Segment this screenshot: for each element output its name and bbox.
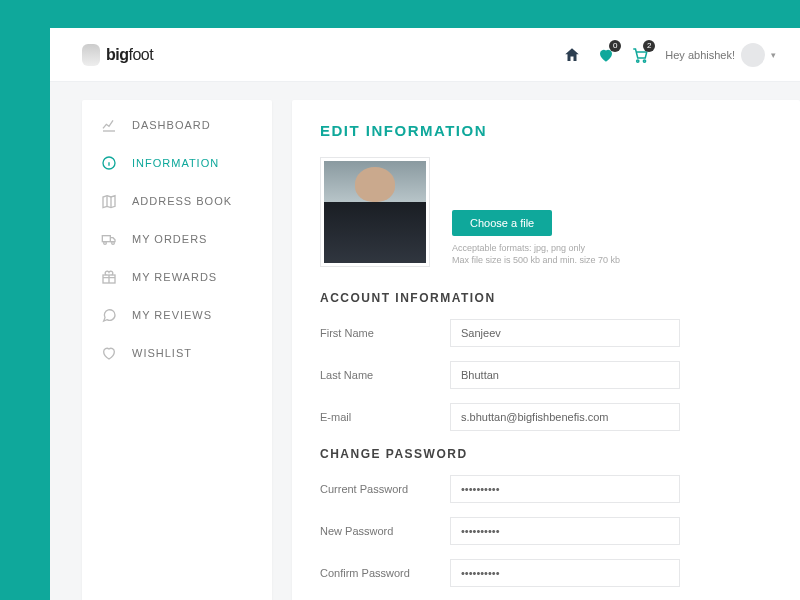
- home-icon[interactable]: [563, 46, 581, 64]
- new-password-input[interactable]: [450, 517, 680, 545]
- sidebar-item-orders[interactable]: MY ORDERS: [82, 220, 272, 258]
- sidebar-item-information[interactable]: INFORMATION: [82, 144, 272, 182]
- wishlist-badge: 0: [609, 40, 621, 52]
- current-password-input[interactable]: [450, 475, 680, 503]
- sidebar-item-label: MY REVIEWS: [132, 309, 212, 321]
- svg-point-0: [637, 59, 639, 61]
- heart-icon: [100, 344, 118, 362]
- sidebar: DASHBOARD INFORMATION ADDRESS BOOK MY OR…: [82, 100, 272, 600]
- gift-icon: [100, 268, 118, 286]
- upload-hint: Acceptable formats: jpg, png only Max fi…: [452, 242, 620, 267]
- cart-badge: 2: [643, 40, 655, 52]
- account-section-title: ACCOUNT INFORMATION: [320, 291, 772, 305]
- profile-photo: [320, 157, 430, 267]
- first-name-label: First Name: [320, 327, 450, 339]
- sidebar-item-label: MY REWARDS: [132, 271, 217, 283]
- map-icon: [100, 192, 118, 210]
- new-password-label: New Password: [320, 525, 450, 537]
- email-input[interactable]: [450, 403, 680, 431]
- confirm-password-input[interactable]: [450, 559, 680, 587]
- chat-icon: [100, 306, 118, 324]
- first-name-input[interactable]: [450, 319, 680, 347]
- sidebar-item-label: DASHBOARD: [132, 119, 211, 131]
- logo-mark: [82, 44, 100, 66]
- sidebar-item-dashboard[interactable]: DASHBOARD: [82, 106, 272, 144]
- last-name-input[interactable]: [450, 361, 680, 389]
- last-name-label: Last Name: [320, 369, 450, 381]
- page-title: EDIT INFORMATION: [320, 122, 772, 139]
- sidebar-item-rewards[interactable]: MY REWARDS: [82, 258, 272, 296]
- info-icon: [100, 154, 118, 172]
- svg-point-4: [104, 242, 107, 245]
- sidebar-item-label: WISHLIST: [132, 347, 192, 359]
- wishlist-icon[interactable]: 0: [597, 46, 615, 64]
- svg-point-1: [644, 59, 646, 61]
- email-label: E-mail: [320, 411, 450, 423]
- current-password-label: Current Password: [320, 483, 450, 495]
- chevron-down-icon: ▾: [771, 50, 776, 60]
- choose-file-button[interactable]: Choose a file: [452, 210, 552, 236]
- truck-icon: [100, 230, 118, 248]
- user-greeting[interactable]: Hey abhishek! ▾: [665, 43, 776, 67]
- main-panel: EDIT INFORMATION Choose a file Acceptabl…: [292, 100, 800, 600]
- confirm-password-label: Confirm Password: [320, 567, 450, 579]
- greeting-text: Hey abhishek!: [665, 49, 735, 61]
- sidebar-item-label: MY ORDERS: [132, 233, 207, 245]
- sidebar-item-wishlist[interactable]: WISHLIST: [82, 334, 272, 372]
- svg-point-5: [112, 242, 115, 245]
- avatar: [741, 43, 765, 67]
- logo[interactable]: bigfoot: [82, 44, 153, 66]
- svg-rect-3: [102, 236, 110, 242]
- cart-icon[interactable]: 2: [631, 46, 649, 64]
- password-section-title: CHANGE PASSWORD: [320, 447, 772, 461]
- dashboard-icon: [100, 116, 118, 134]
- sidebar-item-label: ADDRESS BOOK: [132, 195, 232, 207]
- sidebar-item-label: INFORMATION: [132, 157, 219, 169]
- sidebar-item-address[interactable]: ADDRESS BOOK: [82, 182, 272, 220]
- topbar: bigfoot 0 2 Hey abhishek! ▾: [50, 28, 800, 82]
- sidebar-item-reviews[interactable]: MY REVIEWS: [82, 296, 272, 334]
